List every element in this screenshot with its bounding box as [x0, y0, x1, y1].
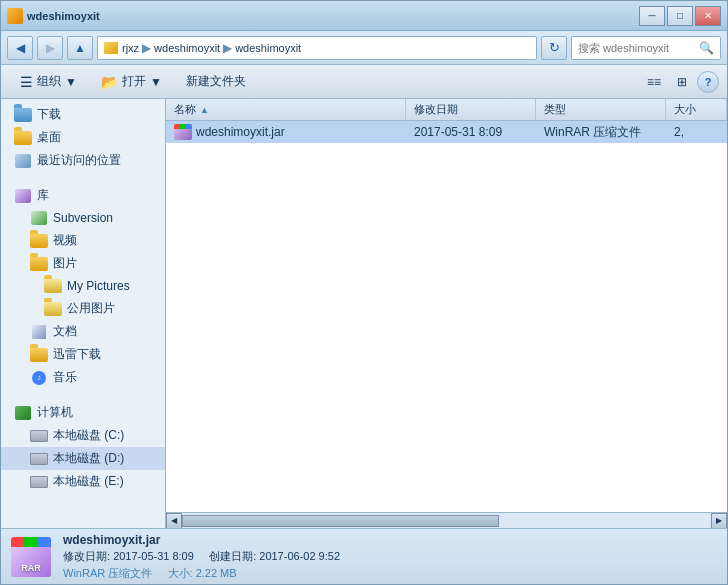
organize-icon: ☰ — [20, 74, 33, 90]
sidebar-item-label-docs: 文档 — [53, 323, 77, 340]
docs-icon — [29, 324, 49, 340]
minimize-button[interactable]: ─ — [639, 6, 665, 26]
col-header-name[interactable]: 名称 ▲ — [166, 99, 406, 120]
library-icon — [13, 188, 33, 204]
h-scroll-right-btn[interactable]: ▶ — [711, 513, 727, 529]
breadcrumb-sep1: ▶ — [142, 41, 151, 55]
toolbar: ☰ 组织 ▼ 📂 打开 ▼ 新建文件夹 ≡≡ ⊞ ? — [1, 65, 727, 99]
back-button[interactable]: ◀ — [7, 36, 33, 60]
sidebar-item-docs[interactable]: 文档 — [1, 320, 165, 343]
col-name-label: 名称 — [174, 102, 196, 117]
file-name-text: wdeshimoyxit.jar — [196, 125, 285, 139]
sidebar-item-thunder[interactable]: 迅雷下载 — [1, 343, 165, 366]
content-area: 下载 桌面 最近访问的位置 — [1, 99, 727, 528]
file-cell-name: wdeshimoyxit.jar — [166, 124, 406, 140]
music-icon: ♪ — [29, 370, 49, 386]
status-type-row: WinRAR 压缩文件 大小: 2.22 MB — [63, 566, 340, 581]
sidebar-item-desktop[interactable]: 桌面 — [1, 126, 165, 149]
sidebar-item-label-publicpics: 公用图片 — [67, 300, 115, 317]
h-scroll-thumb[interactable] — [182, 515, 499, 527]
computer-icon — [13, 405, 33, 421]
status-modify-label: 修改日期: — [63, 550, 110, 562]
file-cell-date: 2017-05-31 8:09 — [406, 125, 536, 139]
view-options-button[interactable]: ≡≡ — [641, 69, 667, 95]
sidebar-item-recent[interactable]: 最近访问的位置 — [1, 149, 165, 172]
sidebar-item-label-subversion: Subversion — [53, 211, 113, 225]
sidebar-item-label-thunder: 迅雷下载 — [53, 346, 101, 363]
desktop-icon — [13, 130, 33, 146]
col-header-size[interactable]: 大小 — [666, 99, 727, 120]
window-title: wdeshimoyxit — [27, 10, 100, 22]
file-pane: 名称 ▲ 修改日期 类型 大小 wdeshimoyxit.j — [166, 99, 727, 528]
nav-section-computer: 计算机 本地磁盘 (C:) 本地磁盘 (D:) — [1, 401, 165, 493]
search-icon[interactable]: 🔍 — [699, 41, 714, 55]
sidebar-item-computer[interactable]: 计算机 — [1, 401, 165, 424]
sidebar-item-download[interactable]: 下载 — [1, 103, 165, 126]
subversion-icon — [29, 210, 49, 226]
file-list: wdeshimoyxit.jar 2017-05-31 8:09 WinRAR … — [166, 121, 727, 512]
view-toggle-button[interactable]: ⊞ — [669, 69, 695, 95]
sidebar-item-drive-e[interactable]: 本地磁盘 (E:) — [1, 470, 165, 493]
title-controls: ─ □ ✕ — [639, 6, 721, 26]
sidebar-item-library[interactable]: 库 — [1, 184, 165, 207]
breadcrumb-seg2: wdeshimoyxit — [154, 42, 220, 54]
breadcrumb-sep2: ▶ — [223, 41, 232, 55]
col-header-type[interactable]: 类型 — [536, 99, 666, 120]
sidebar-item-pictures[interactable]: 图片 — [1, 252, 165, 275]
close-button[interactable]: ✕ — [695, 6, 721, 26]
status-create-date: 2017-06-02 9:52 — [259, 550, 340, 562]
title-bar-left: wdeshimoyxit — [7, 8, 100, 24]
new-folder-button[interactable]: 新建文件夹 — [175, 69, 257, 95]
sidebar-item-subversion[interactable]: Subversion — [1, 207, 165, 229]
help-button[interactable]: ? — [697, 71, 719, 93]
search-input[interactable] — [578, 42, 695, 54]
pictures-folder-icon — [29, 256, 49, 272]
refresh-button[interactable]: ↻ — [541, 36, 567, 60]
breadcrumb[interactable]: rjxz ▶ wdeshimoyxit ▶ wdeshimoyxit — [97, 36, 537, 60]
nav-sep-2 — [1, 393, 165, 401]
horizontal-scrollbar[interactable]: ◀ ▶ — [166, 512, 727, 528]
col-sort-arrow: ▲ — [200, 105, 209, 115]
sidebar-item-label-mypictures: My Pictures — [67, 279, 130, 293]
table-row[interactable]: wdeshimoyxit.jar 2017-05-31 8:09 WinRAR … — [166, 121, 727, 143]
h-scroll-track — [182, 515, 711, 527]
sidebar-item-label-computer: 计算机 — [37, 404, 73, 421]
thunder-icon — [29, 347, 49, 363]
status-bar: RAR wdeshimoyxit.jar 修改日期: 2017-05-31 8:… — [1, 528, 727, 584]
open-icon: 📂 — [101, 74, 118, 90]
up-button[interactable]: ▲ — [67, 36, 93, 60]
open-button[interactable]: 📂 打开 ▼ — [90, 69, 173, 95]
nav-sep-1 — [1, 176, 165, 184]
file-explorer-window: wdeshimoyxit ─ □ ✕ ◀ ▶ ▲ rjxz ▶ wdeshimo… — [0, 0, 728, 585]
file-cell-type: WinRAR 压缩文件 — [536, 124, 666, 141]
organize-button[interactable]: ☰ 组织 ▼ — [9, 69, 88, 95]
status-modify-date: 2017-05-31 8:09 — [113, 550, 194, 562]
sidebar-item-mypictures[interactable]: My Pictures — [1, 275, 165, 297]
sidebar-item-label-music: 音乐 — [53, 369, 77, 386]
status-info: wdeshimoyxit.jar 修改日期: 2017-05-31 8:09 创… — [63, 533, 340, 581]
status-create-label: 创建日期: — [209, 550, 256, 562]
view-toggle-icon: ⊞ — [677, 75, 687, 89]
video-folder-icon — [29, 233, 49, 249]
status-meta-row1: 修改日期: 2017-05-31 8:09 创建日期: 2017-06-02 9… — [63, 549, 340, 564]
breadcrumb-seg3: wdeshimoyxit — [235, 42, 301, 54]
maximize-button[interactable]: □ — [667, 6, 693, 26]
sidebar-item-label-recent: 最近访问的位置 — [37, 152, 121, 169]
col-date-label: 修改日期 — [414, 102, 458, 117]
sidebar-item-video[interactable]: 视频 — [1, 229, 165, 252]
file-icon-rar — [174, 124, 192, 140]
sidebar-item-drive-c[interactable]: 本地磁盘 (C:) — [1, 424, 165, 447]
address-bar: ◀ ▶ ▲ rjxz ▶ wdeshimoyxit ▶ wdeshimoyxit… — [1, 31, 727, 65]
nav-section-library: 库 Subversion 视频 — [1, 184, 165, 389]
sidebar-item-music[interactable]: ♪ 音乐 — [1, 366, 165, 389]
search-bar[interactable]: 🔍 — [571, 36, 721, 60]
status-size-value: 2.22 MB — [196, 567, 237, 579]
forward-button[interactable]: ▶ — [37, 36, 63, 60]
sidebar-item-drive-d[interactable]: 本地磁盘 (D:) — [1, 447, 165, 470]
sidebar-item-publicpics[interactable]: 公用图片 — [1, 297, 165, 320]
organize-dropdown-icon: ▼ — [65, 75, 77, 89]
h-scroll-left-btn[interactable]: ◀ — [166, 513, 182, 529]
sidebar-item-label-library: 库 — [37, 187, 49, 204]
drive-d-icon — [29, 451, 49, 467]
col-header-date[interactable]: 修改日期 — [406, 99, 536, 120]
